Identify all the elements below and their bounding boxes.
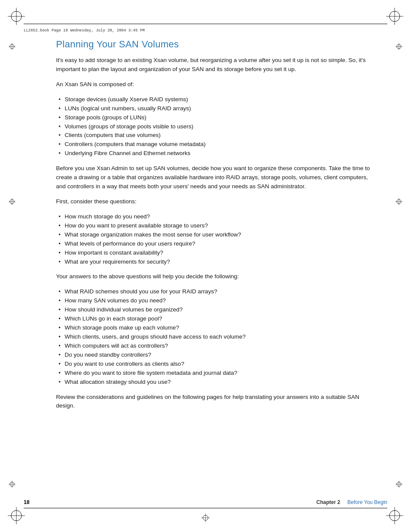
main-content: Planning Your SAN Volumes It's easy to a… (56, 39, 377, 498)
reg-mark-left-bot (9, 481, 16, 489)
list-item: LUNs (logical unit numbers, usually RAID… (58, 104, 377, 113)
list-item: How much storage do you need? (58, 212, 377, 221)
list-item: Volumes (groups of storage pools visible… (58, 122, 377, 131)
reg-mark-left-top (9, 43, 16, 51)
page: LL2652.book Page 18 Wednesday, July 28, … (0, 0, 411, 532)
list-item: What levels of performance do your users… (58, 240, 377, 249)
list-item: Controllers (computers that manage volum… (58, 140, 377, 149)
list-item: Which computers will act as controllers? (58, 342, 377, 351)
list-item: Storage pools (groups of LUNs) (58, 113, 377, 122)
page-title: Planning Your SAN Volumes (56, 39, 377, 50)
list-item: Storage devices (usually Xserve RAID sys… (58, 95, 377, 104)
organize-paragraph: Before you use Xsan Admin to set up SAN … (56, 164, 377, 191)
corner-mark-bl (8, 507, 25, 524)
chapter-title: Before You Begin (347, 499, 387, 505)
answers-list: What RAID schemes should you use for you… (58, 287, 377, 386)
corner-mark-br (386, 507, 403, 524)
questions-list: How much storage do you need? How do you… (58, 212, 377, 267)
list-item: What storage organization makes the most… (58, 230, 377, 240)
reg-mark-right-mid (395, 198, 402, 206)
san-composed-intro: An Xsan SAN is composed of: (56, 80, 377, 89)
list-item: Do you want to use controllers as client… (58, 360, 377, 369)
footer: 18 Chapter 2 Before You Begin (24, 499, 387, 508)
answers-intro: Your answers to the above questions will… (56, 272, 377, 281)
bottom-center-reg-mark (201, 513, 210, 523)
page-number: 18 (24, 499, 29, 505)
questions-intro: First, consider these questions: (56, 197, 377, 206)
intro-paragraph: It's easy to add storage to an existing … (56, 56, 377, 74)
list-item: Clients (computers that use volumes) (58, 131, 377, 140)
list-item: Which clients, users, and groups should … (58, 333, 377, 342)
list-item: How should individual volumes be organiz… (58, 305, 377, 314)
header-text: LL2652.book Page 18 Wednesday, July 28, … (24, 28, 145, 33)
corner-mark-tr (386, 8, 403, 25)
list-item: Do you need standby controllers? (58, 351, 377, 360)
list-item: How important is constant availability? (58, 249, 377, 258)
header-bar: LL2652.book Page 18 Wednesday, July 28, … (24, 24, 387, 33)
chapter-label: Chapter 2 (316, 499, 340, 505)
list-item: Which storage pools make up each volume? (58, 324, 377, 333)
san-components-list: Storage devices (usually Xserve RAID sys… (58, 95, 377, 158)
footer-chapter-info: Chapter 2 Before You Begin (316, 499, 387, 505)
list-item: Which LUNs go in each storage pool? (58, 314, 377, 324)
list-item: What are your requirements for security? (58, 258, 377, 267)
list-item: What allocation strategy should you use? (58, 378, 377, 387)
list-item: Where do you want to store file system m… (58, 369, 377, 378)
reg-mark-right-top (395, 43, 402, 51)
reg-mark-left-mid (9, 198, 16, 206)
list-item: How do you want to present available sto… (58, 221, 377, 230)
review-paragraph: Review the considerations and guidelines… (56, 393, 377, 411)
reg-mark-right-bot (395, 481, 402, 489)
list-item: What RAID schemes should you use for you… (58, 287, 377, 296)
corner-mark-tl (8, 8, 25, 25)
list-item: Underlying Fibre Channel and Ethernet ne… (58, 149, 377, 158)
list-item: How many SAN volumes do you need? (58, 296, 377, 305)
